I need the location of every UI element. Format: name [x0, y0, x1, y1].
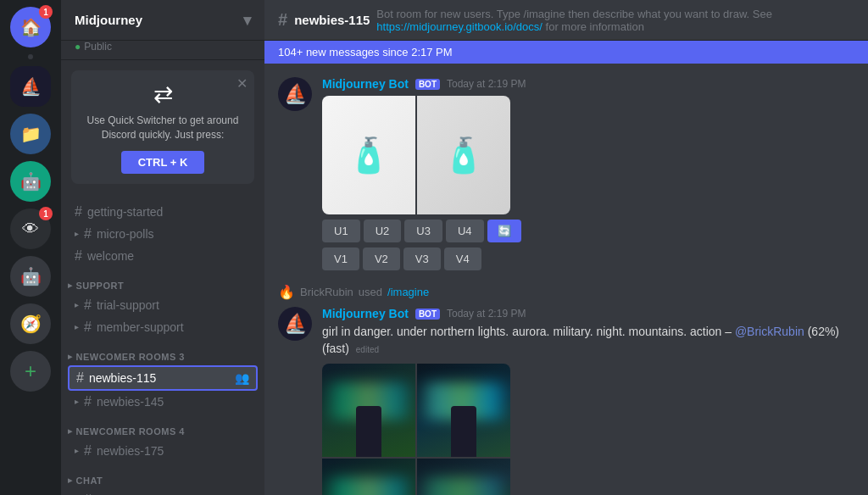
server-badge: 1 [39, 207, 53, 220]
refresh-button[interactable]: 🔄 [487, 220, 521, 242]
channel-item-newbies-145[interactable]: ▸ # newbies-145 [68, 391, 258, 413]
hash-icon: # [84, 226, 92, 242]
add-server-button[interactable]: + [10, 351, 51, 392]
channel-item-discussion[interactable]: ▸ # discussion [68, 489, 258, 495]
message-time-1: Today at 2:19 PM [447, 78, 526, 90]
category-label-support: SUPPORT [76, 281, 125, 291]
v4-button[interactable]: V4 [444, 248, 481, 270]
server-icon-ai[interactable]: 🤖 [10, 161, 51, 202]
arrow-right-icon: ▸ [75, 229, 79, 238]
category-arrow-icon: ▸ [68, 426, 73, 436]
main-chat: # newbies-115 Bot room for new users. Ty… [264, 0, 868, 495]
server-icon-home[interactable]: 🏠 1 [10, 7, 51, 47]
new-messages-text: 104+ new messages since 2:17 PM [278, 46, 453, 58]
channel-name-member-support: member-support [97, 320, 251, 334]
hash-icon: # [75, 248, 82, 264]
arrow-right-icon: ▸ [75, 322, 79, 331]
u1-button[interactable]: U1 [322, 220, 360, 242]
category-label-newcomer-3: NEWCOMER ROOMS 3 [76, 352, 185, 362]
hash-icon: # [75, 204, 82, 220]
category-newcomer-rooms-3[interactable]: ▸ NEWCOMER ROOMS 3 [61, 338, 264, 365]
aurora-image-grid [322, 364, 510, 495]
hash-icon: # [84, 298, 92, 313]
u4-button[interactable]: U4 [446, 220, 484, 242]
public-label: Public [84, 41, 112, 53]
category-label-chat: CHAT [76, 476, 103, 486]
edited-tag: edited [356, 345, 379, 354]
channel-name-newbies-145: newbies-145 [97, 395, 251, 409]
u2-button[interactable]: U2 [364, 220, 402, 242]
channel-name-trial-support: trial-support [97, 298, 251, 312]
system-user: BrickRubin [300, 286, 353, 298]
new-messages-bar[interactable]: 104+ new messages since 2:17 PM [264, 41, 868, 64]
message-block-bottles: ⛵ Midjourney Bot BOT Today at 2:19 PM 🧴 … [278, 77, 854, 270]
quick-switcher-arrows-icon: ⇄ [81, 81, 244, 108]
slash-command: /imagine [387, 286, 429, 298]
channel-item-member-support[interactable]: ▸ # member-support [68, 316, 258, 338]
server-icon-file[interactable]: 📁 [10, 114, 51, 154]
server-header[interactable]: Midjourney ▾ [61, 0, 264, 41]
channel-name-newbies-115: newbies-115 [89, 371, 230, 385]
server-divider [28, 54, 33, 59]
figure-silhouette-1 [356, 406, 381, 457]
bottle-image-2: 🧴 [417, 96, 510, 214]
hash-icon: # [84, 394, 92, 409]
v3-button[interactable]: V3 [403, 248, 441, 270]
v1-button[interactable]: V1 [322, 248, 359, 270]
bot-badge-1: BOT [415, 79, 440, 90]
message-author-1: Midjourney Bot [322, 77, 409, 91]
chat-description: Bot room for new users. Type /imagine th… [376, 8, 854, 33]
channels-list: # getting-started ▸ # micro-polls # welc… [61, 194, 264, 495]
chat-messages: ⛵ Midjourney Bot BOT Today at 2:19 PM 🧴 … [264, 64, 868, 495]
channel-item-micro-polls[interactable]: ▸ # micro-polls [68, 223, 258, 245]
category-chat[interactable]: ▸ CHAT [61, 462, 264, 489]
bot-badge-2: BOT [415, 309, 440, 320]
public-dot-icon: ● [75, 41, 81, 53]
plus-icon: + [25, 359, 36, 383]
channel-item-newbies-115[interactable]: # newbies-115 👥 [68, 365, 258, 391]
close-icon[interactable]: ✕ [236, 75, 248, 92]
quick-switcher-shortcut[interactable]: CTRL + K [121, 151, 205, 174]
category-arrow-icon: ▸ [68, 281, 73, 290]
figure-silhouette-2 [451, 406, 476, 457]
refresh-icon: 🔄 [498, 225, 511, 237]
message-text-aurora: girl in danger. under northern lights. a… [322, 324, 854, 357]
arrow-right-icon: ▸ [75, 300, 79, 309]
prompt-text: girl in danger. under northern lights. a… [322, 325, 735, 338]
channel-name-micro-polls: micro-polls [97, 227, 251, 241]
description-text: Bot room for new users. Type /imagine th… [376, 8, 772, 20]
server-icon-midjourney[interactable]: ⛵ [10, 66, 51, 107]
fire-emoji-icon: 🔥 [278, 284, 295, 300]
v2-button[interactable]: V2 [363, 248, 400, 270]
server-icon-bot[interactable]: 🤖 [10, 256, 51, 297]
channel-item-welcome[interactable]: # welcome [68, 245, 258, 267]
chat-channel-name: newbies-115 [294, 13, 370, 27]
category-arrow-icon: ▸ [68, 476, 73, 485]
channel-name-newbies-175: newbies-175 [97, 444, 251, 458]
add-user-icon[interactable]: 👥 [235, 371, 249, 385]
action-buttons-v: V1 V2 V3 V4 [322, 248, 854, 270]
message-content-aurora: Midjourney Bot BOT Today at 2:19 PM girl… [322, 307, 854, 495]
u3-button[interactable]: U3 [404, 220, 442, 242]
quick-switcher-popup: ✕ ⇄ Use Quick Switcher to get around Dis… [71, 70, 254, 184]
hash-icon: # [76, 370, 84, 386]
category-support[interactable]: ▸ SUPPORT [61, 267, 264, 294]
server-icon-eye[interactable]: 👁 1 [10, 209, 51, 249]
channel-name-getting-started: getting-started [87, 205, 251, 219]
chat-header: # newbies-115 Bot room for new users. Ty… [264, 0, 868, 41]
aurora-image-4 [417, 459, 510, 495]
server-name: Midjourney [75, 13, 142, 27]
sidebar: Midjourney ▾ ● Public ✕ ⇄ Use Quick Swit… [61, 0, 264, 495]
category-newcomer-rooms-4[interactable]: ▸ NEWCOMER ROOMS 4 [61, 413, 264, 440]
category-label-newcomer-4: NEWCOMER ROOMS 4 [76, 426, 185, 437]
channel-name-welcome: welcome [87, 249, 251, 263]
aurora-glow-4 [417, 477, 510, 495]
channel-item-getting-started[interactable]: # getting-started [68, 201, 258, 223]
channel-item-trial-support[interactable]: ▸ # trial-support [68, 294, 258, 316]
message-content-bottles: Midjourney Bot BOT Today at 2:19 PM 🧴 🧴 … [322, 77, 854, 270]
docs-link[interactable]: https://midjourney.gitbook.io/docs/ [376, 20, 542, 33]
system-action-text: used [359, 286, 382, 298]
bottle-image-grid: 🧴 🧴 [322, 96, 510, 214]
channel-item-newbies-175[interactable]: ▸ # newbies-175 [68, 440, 258, 462]
server-icon-compass[interactable]: 🧭 [10, 303, 51, 344]
